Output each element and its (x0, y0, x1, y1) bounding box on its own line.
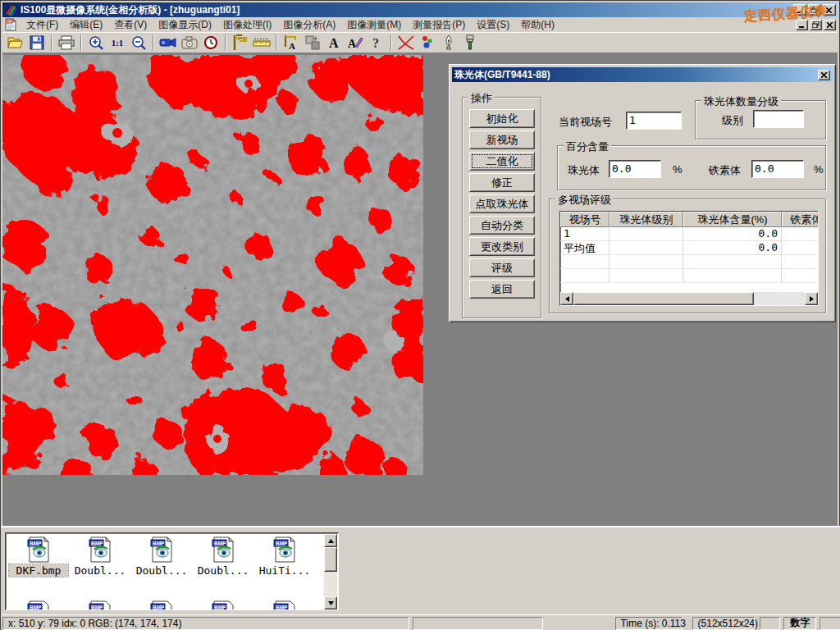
qty-grading-group: 珠光体数量分级 级别 (695, 100, 826, 139)
pearlite-percent-input[interactable]: 0.0 (609, 160, 661, 178)
init-button[interactable]: 初始化 (469, 109, 535, 128)
minimize-button[interactable] (793, 4, 806, 16)
bottom-panel: BMP DKF.bmp BMP Doubl... BMP Doubl... BM… (1, 526, 840, 614)
menu-image-process[interactable]: 图像处理(I) (217, 16, 277, 34)
video-camera-button[interactable] (158, 34, 178, 52)
file-list-scrollbar[interactable] (324, 534, 337, 609)
menu-help[interactable]: 帮助(H) (515, 16, 560, 34)
scroll-left-icon[interactable] (560, 292, 573, 305)
menu-settings[interactable]: 设置(S) (471, 16, 515, 34)
file-item[interactable]: BMP (132, 600, 191, 610)
menu-image-measure[interactable]: 图像测量(M) (341, 16, 407, 34)
return-button[interactable]: 返回 (469, 280, 535, 299)
binarize-button[interactable]: 二值化 (469, 152, 535, 171)
current-field-label: 当前视场号 (559, 115, 612, 130)
child-close-button[interactable] (824, 20, 836, 30)
annotate-button[interactable]: A (345, 34, 365, 52)
svg-text:BMP: BMP (30, 605, 42, 610)
print-button[interactable] (57, 34, 76, 52)
svg-text:BMP: BMP (91, 605, 103, 610)
auto-classify-button[interactable]: 自动分类 (469, 216, 535, 235)
open-button[interactable] (6, 34, 25, 52)
menu-bar: DOC 文件(F) 编辑(E) 查看(V) 图像显示(D) 图像处理(I) 图像… (2, 17, 838, 32)
file-item[interactable]: BMP (9, 600, 68, 610)
menu-image-analysis[interactable]: 图像分析(A) (277, 16, 341, 34)
particle-mark-button[interactable] (418, 34, 437, 52)
bmp-file-icon: BMP (26, 600, 51, 610)
rate-button[interactable]: 评级 (469, 258, 535, 277)
scroll-down-icon[interactable] (324, 596, 337, 609)
col-pearlite-grade[interactable]: 珠光体级别 (609, 212, 683, 227)
scroll-track[interactable] (754, 292, 805, 305)
pen-button[interactable] (439, 34, 459, 52)
menu-report[interactable]: 测量报告(P) (407, 16, 471, 34)
file-item[interactable]: BMP (255, 600, 314, 610)
restore-button[interactable] (808, 4, 821, 16)
file-item[interactable]: BMP HuiTi... (255, 536, 314, 577)
timer-clock-button[interactable] (201, 34, 221, 52)
pick-pearlite-button[interactable]: 点取珠光体 (469, 194, 535, 213)
brush-button[interactable] (460, 34, 480, 52)
scroll-thumb[interactable] (573, 292, 754, 305)
toolbar-separator (153, 34, 154, 51)
scroll-up-icon[interactable] (324, 534, 337, 547)
zoom-out-button[interactable] (129, 34, 148, 52)
menu-image-display[interactable]: 图像显示(D) (153, 16, 217, 34)
level-input[interactable] (753, 110, 804, 128)
file-item[interactable]: BMP (71, 600, 130, 610)
text-button[interactable]: A (324, 34, 344, 52)
child-restore-button[interactable] (810, 20, 822, 30)
menu-edit[interactable]: 编辑(E) (64, 16, 108, 34)
zoom-in-button[interactable] (86, 34, 106, 52)
file-item[interactable]: BMP (194, 600, 253, 610)
ruler-button[interactable] (252, 34, 272, 52)
pearlite-dialog: 珠光体(GB/T9441-88) 操作 初始化 新视场 二值化 修正 点取珠光体… (449, 64, 836, 322)
close-button[interactable] (823, 4, 836, 16)
file-list[interactable]: BMP DKF.bmp BMP Doubl... BMP Doubl... BM… (5, 532, 339, 610)
svg-text:BMP: BMP (153, 605, 165, 610)
actual-size-button[interactable]: 1:1 (107, 34, 127, 52)
metallograph-image[interactable] (2, 55, 423, 475)
file-name[interactable]: Doubl... (194, 564, 253, 577)
status-empty-2 (760, 617, 781, 630)
file-name[interactable]: HuiTi... (255, 564, 314, 577)
scroll-right-icon[interactable] (805, 292, 818, 305)
scroll-thumb[interactable] (324, 547, 337, 572)
status-position: x: 510 y: 79 idx: 0 RGB: (174, 174, 174) (2, 617, 409, 630)
change-class-button[interactable]: 更改类别 (469, 237, 535, 256)
pearlite-percent-sign: % (673, 163, 682, 176)
caliper-button[interactable] (231, 34, 250, 52)
bmp-file-icon: BMP (211, 536, 235, 563)
capture-camera-button[interactable] (180, 34, 199, 52)
file-item[interactable]: BMP Doubl... (194, 536, 253, 577)
save-button[interactable] (27, 34, 47, 52)
child-minimize-button[interactable] (796, 20, 808, 30)
ferrite-percent-input[interactable]: 0.0 (751, 160, 804, 178)
col-field-no[interactable]: 视场号 (560, 212, 609, 227)
row1-grade (609, 227, 683, 240)
rating-table[interactable]: 视场号 珠光体级别 珠光体含量(%) 铁素体 1 0.0 平均值 (559, 211, 819, 306)
table-h-scrollbar[interactable] (560, 292, 818, 305)
measure-label-button[interactable]: A (281, 34, 301, 52)
menu-view[interactable]: 查看(V) (108, 16, 153, 34)
toolbar-separator (390, 34, 392, 51)
correct-button[interactable]: 修正 (469, 173, 535, 192)
file-name[interactable]: DKF.bmp (9, 564, 68, 577)
svg-text:BMP: BMP (276, 605, 288, 610)
dialog-close-button[interactable] (818, 70, 830, 80)
merge-grid-button[interactable] (303, 34, 322, 52)
mdi-workspace: 珠光体(GB/T9441-88) 操作 初始化 新视场 二值化 修正 点取珠光体… (2, 53, 838, 526)
file-item[interactable]: BMP Doubl... (132, 536, 191, 577)
col-ferrite[interactable]: 铁素体 (782, 212, 819, 227)
file-name[interactable]: Doubl... (71, 564, 130, 577)
file-name[interactable]: Doubl... (132, 564, 191, 577)
help-button[interactable]: ? (367, 34, 386, 52)
menu-file[interactable]: 文件(F) (21, 16, 64, 34)
new-field-button[interactable]: 新视场 (469, 130, 535, 149)
current-field-input[interactable]: 1 (626, 112, 682, 130)
col-pearlite-content[interactable]: 珠光体含量(%) (683, 212, 782, 227)
dialog-title-bar[interactable]: 珠光体(GB/T9441-88) (452, 67, 833, 82)
file-item[interactable]: BMP DKF.bmp (9, 536, 68, 577)
spline-erase-button[interactable] (396, 34, 416, 52)
file-item[interactable]: BMP Doubl... (71, 536, 130, 577)
